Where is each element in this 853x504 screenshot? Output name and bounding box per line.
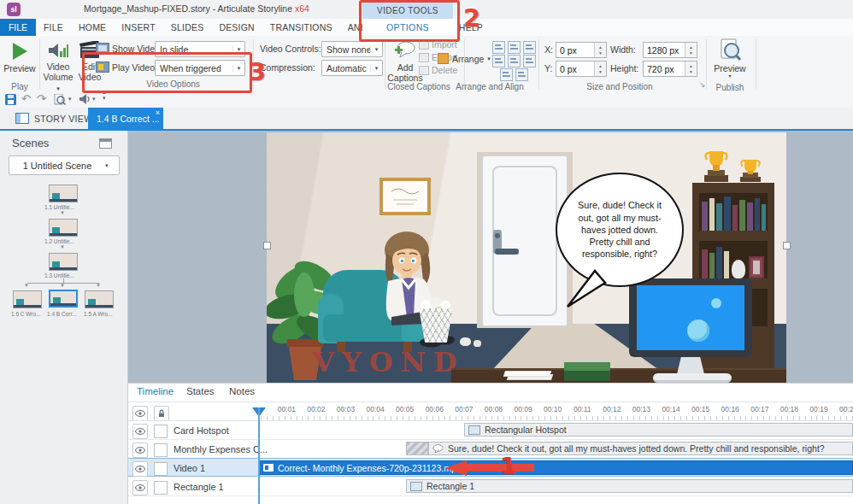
height-value: 720 px xyxy=(644,64,685,74)
video-controls-select[interactable]: Show none ▾ xyxy=(321,41,383,57)
align-middle-icon[interactable] xyxy=(508,55,521,67)
timeline-item-caption[interactable]: Sure, dude! Check it out, got all my mus… xyxy=(428,442,853,455)
row-visibility-toggle[interactable] xyxy=(132,442,148,458)
save-icon[interactable] xyxy=(5,94,16,105)
preview-quick-icon[interactable] xyxy=(54,94,66,105)
distribute-horizontal-icon[interactable] xyxy=(500,68,513,81)
timeline-row-label[interactable]: Video 1 xyxy=(174,463,205,473)
row-lock-checkbox[interactable] xyxy=(154,481,168,495)
trophies xyxy=(697,149,769,184)
scene-thumbnail-1-2[interactable] xyxy=(49,219,78,237)
y-field[interactable]: 0 px ▴▾ xyxy=(556,61,607,77)
timeline-item-rectangular-hotspot[interactable]: Rectangular Hotspot xyxy=(464,423,853,437)
add-captions-label: Add Captions xyxy=(387,62,423,83)
menu-tab[interactable]: HOME xyxy=(71,19,114,36)
add-captions-button[interactable]: Add Captions xyxy=(387,39,423,83)
show-all-button[interactable] xyxy=(132,406,148,421)
tab-states[interactable]: States xyxy=(186,386,215,396)
undo-icon[interactable]: ↶ xyxy=(21,92,31,105)
scene-thumbnail-1-3[interactable] xyxy=(49,253,78,271)
timeline-item-fade-wedge[interactable] xyxy=(406,442,428,455)
speech-bubble-text: Sure, dude! Check it out, got all my mus… xyxy=(569,199,670,260)
tab-story-view[interactable]: STORY VIEW xyxy=(15,108,92,129)
compression-select[interactable]: Automatic ▾ xyxy=(321,60,383,76)
align-top-icon[interactable] xyxy=(492,55,505,67)
eye-icon xyxy=(135,466,145,472)
align-right-icon[interactable] xyxy=(523,41,536,54)
branch-arrow-icon: ▼ xyxy=(60,210,65,215)
selection-handle-left[interactable] xyxy=(263,242,271,249)
monitor-screen xyxy=(637,285,744,350)
arrange-button[interactable]: Arrange ▾ xyxy=(438,53,491,64)
scene-thumbnail-1-6[interactable] xyxy=(13,290,42,308)
tab-file[interactable]: FILE xyxy=(0,19,36,36)
height-stepper[interactable]: ▴▾ xyxy=(685,62,697,76)
lock-all-button[interactable] xyxy=(154,406,169,421)
tab-timeline[interactable]: Timeline xyxy=(137,386,174,396)
timeline-item-video[interactable]: Correct- Monthly Expenses-720p-231123.mp… xyxy=(259,460,853,475)
scene-thumbnail-label: 1.6 C Wro... xyxy=(11,311,41,317)
scenes-title: Scenes xyxy=(12,137,49,149)
timeline-row-label[interactable]: Monthly Expenses C... xyxy=(174,444,268,454)
ruler-tick-label: 00:01 xyxy=(272,405,302,415)
dialog-launcher-icon[interactable]: ↘ xyxy=(699,80,706,89)
menu-tab[interactable]: DESIGN xyxy=(211,19,262,36)
close-icon[interactable]: × xyxy=(156,108,160,117)
width-stepper[interactable]: ▴▾ xyxy=(685,43,697,57)
chevron-down-icon[interactable]: ▾ xyxy=(68,96,72,103)
storyline-window: { "window": {"logo_text": "sl", "title":… xyxy=(0,0,853,504)
chevron-down-icon[interactable]: ▾ xyxy=(92,96,96,103)
ruler-tick-label: 00:11 xyxy=(568,405,597,415)
scene-selector[interactable]: 1 Untitled Scene ▾ xyxy=(9,155,120,175)
row-visibility-toggle[interactable] xyxy=(132,480,148,495)
group-arrange-align: Arrange and Align xyxy=(443,82,537,91)
timeline-row-label[interactable]: Card Hotspot xyxy=(174,425,229,436)
timeline-ruler[interactable]: 00:0100:0200:0300:0400:0500:0600:0700:08… xyxy=(272,405,853,415)
video-volume-button[interactable]: Video Volume ▾ xyxy=(42,39,74,92)
ruler-tick-label: 00:18 xyxy=(774,405,804,415)
align-center-icon[interactable] xyxy=(508,41,521,54)
row-lock-checkbox[interactable] xyxy=(154,425,168,438)
align-bottom-icon[interactable] xyxy=(523,55,536,67)
scene-thumbnail-1-1[interactable] xyxy=(49,185,78,202)
menu-tab[interactable]: FILE xyxy=(36,19,71,36)
align-left-icon[interactable] xyxy=(492,41,505,54)
door xyxy=(482,155,568,326)
row-lock-checkbox[interactable] xyxy=(154,462,168,476)
timeline-item-rectangle[interactable]: Rectangle 1 xyxy=(406,479,853,493)
play-icon xyxy=(10,41,29,62)
width-field[interactable]: 1280 px ▴▾ xyxy=(643,42,697,58)
preview-publish-button[interactable]: Preview ▾ xyxy=(711,38,749,79)
distribute-vertical-icon[interactable] xyxy=(515,68,528,81)
playhead-line[interactable] xyxy=(258,407,260,504)
menu-tab[interactable]: SLIDES xyxy=(163,19,212,36)
speaker-icon[interactable] xyxy=(79,94,91,104)
group-size-position: Size and Position xyxy=(564,82,675,91)
scene-thumbnail-1-4-selected[interactable] xyxy=(49,290,78,308)
preview-button[interactable]: Preview xyxy=(2,39,38,73)
menu-tab[interactable]: INSERT xyxy=(114,19,163,36)
volume-icon xyxy=(48,41,68,60)
slide-canvas[interactable]: VYOND Sure, dude! Check it out, got all … xyxy=(267,132,786,383)
row-lock-checkbox[interactable] xyxy=(154,443,168,457)
annotation-box-play-video xyxy=(82,52,252,93)
redo-icon[interactable]: ↷ xyxy=(37,92,46,105)
row-visibility-toggle[interactable] xyxy=(132,461,148,477)
height-field[interactable]: 720 px ▴▾ xyxy=(643,61,697,77)
paper-ball xyxy=(460,337,471,346)
menu-tab[interactable]: TRANSITIONS xyxy=(262,19,340,36)
selection-handle-right[interactable] xyxy=(783,242,791,249)
panel-collapse-icon[interactable] xyxy=(99,138,112,149)
delete-captions-button[interactable]: Delete xyxy=(419,65,457,75)
x-field[interactable]: 0 px ▴▾ xyxy=(556,42,607,58)
tab-notes[interactable]: Notes xyxy=(229,386,255,396)
y-value: 0 px xyxy=(556,64,594,74)
row-visibility-toggle[interactable] xyxy=(132,424,148,439)
customize-toolbar-icon[interactable]: ▾ xyxy=(103,93,106,103)
y-stepper[interactable]: ▴▾ xyxy=(594,62,606,76)
crumpled-paper xyxy=(440,301,450,309)
x-stepper[interactable]: ▴▾ xyxy=(594,43,606,57)
tab-slide-active[interactable]: 1.4 B Correct ... × xyxy=(88,108,163,129)
scene-thumbnail-1-5[interactable] xyxy=(85,290,114,308)
timeline-row-label[interactable]: Rectangle 1 xyxy=(174,482,224,492)
